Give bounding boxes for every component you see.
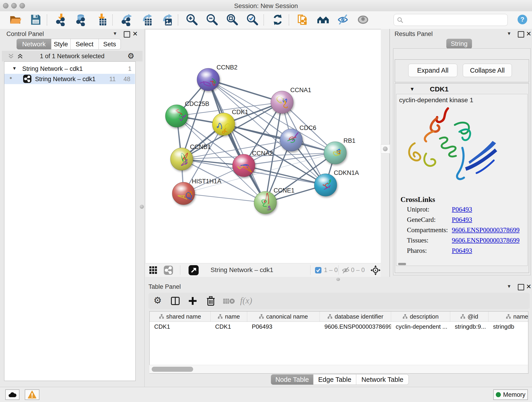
column-header-description[interactable]: description (391, 312, 450, 322)
tab-network[interactable]: Network (17, 39, 51, 50)
table-row[interactable]: CDK1CDK1P064939606.ENSP00000378699cyclin… (150, 322, 528, 332)
table-settings-gear-icon[interactable]: ⚙ (153, 295, 162, 306)
crosslink-label: Tissues: (407, 236, 428, 244)
column-header-@id[interactable]: @id (450, 312, 488, 322)
search-box[interactable] (394, 14, 508, 26)
protein-section-caret-icon[interactable]: ▼ (410, 86, 415, 92)
node-CCNE1[interactable] (254, 191, 277, 214)
column-header-shared-name[interactable]: shared name (150, 312, 210, 322)
export-network-button[interactable] (120, 13, 133, 27)
node-RB1[interactable] (324, 142, 346, 164)
collapse-all-button[interactable]: Collapse All (463, 64, 512, 77)
crosslink-value-link[interactable]: 9606.ENSP00000378699 (452, 226, 520, 234)
column-header-label: shared name (166, 313, 201, 320)
node-CDK1[interactable] (212, 113, 235, 135)
birds-eye-view-icon[interactable] (188, 265, 199, 275)
horizontal-splitter-handle[interactable] (336, 278, 340, 281)
control-panel-close-icon[interactable]: ✕ (133, 30, 138, 38)
cloud-button[interactable] (5, 389, 19, 400)
add-column-icon[interactable] (188, 296, 197, 306)
column-header-namespace[interactable]: namespace (488, 312, 528, 322)
expand-all-button[interactable]: Expand All (408, 64, 457, 77)
zoom-selected-button[interactable] (246, 13, 259, 27)
crosslinks-heading: CrossLinks (400, 196, 435, 204)
edge-CCNB2-CCNA1[interactable] (208, 80, 282, 102)
import-network-button[interactable] (55, 13, 68, 27)
node-CDC25B[interactable] (165, 105, 188, 127)
delete-column-trash-icon[interactable] (206, 296, 216, 306)
open-session-button[interactable] (9, 13, 22, 27)
splitter-handle-box[interactable] (381, 144, 390, 153)
edge-HIST1H1A-CCNE1[interactable] (184, 193, 265, 203)
first-neighbors-button[interactable] (297, 13, 310, 27)
node-label-CDK1: CDK1 (232, 109, 248, 115)
node-CDC6[interactable] (280, 129, 302, 151)
search-input[interactable] (406, 16, 505, 24)
save-session-button[interactable] (29, 13, 43, 27)
node-CDKN1A[interactable] (314, 174, 337, 196)
network-share-view-icon[interactable] (164, 265, 173, 275)
control-panel-float-icon[interactable] (124, 31, 130, 38)
export-image-button[interactable] (160, 13, 174, 27)
control-panel-collapse-icon[interactable]: ▼ (113, 31, 117, 36)
results-panel-collapse-icon[interactable]: ▼ (507, 31, 511, 36)
crosslink-label: GeneCard: (407, 216, 436, 223)
grid-view-icon[interactable] (149, 266, 158, 274)
zoom-in-button[interactable] (186, 13, 199, 27)
results-panel-close-icon[interactable]: ✕ (526, 30, 531, 38)
node-CCNB1[interactable] (171, 148, 193, 170)
refresh-button[interactable] (271, 13, 285, 27)
crosslink-value-link[interactable]: P06493 (452, 206, 472, 213)
memory-button[interactable]: Memory (493, 389, 528, 400)
tab-select[interactable]: Select (70, 39, 99, 50)
selected-checkbox-icon[interactable] (315, 267, 322, 274)
table-panel-collapse-icon[interactable]: ▼ (507, 284, 511, 289)
tab-string[interactable]: String (446, 39, 472, 49)
node-table[interactable]: shared namenamecanonical namedatabase id… (149, 311, 528, 374)
tab-style[interactable]: Style (51, 39, 70, 50)
node-CCNA2[interactable] (233, 154, 255, 177)
table-panel-float-icon[interactable] (518, 284, 524, 290)
tab-node-table[interactable]: Node Table (271, 374, 313, 385)
column-header-canonical-name[interactable]: canonical name (247, 312, 320, 322)
network-collection-row[interactable]: ▼String Network – cdk11 (4, 64, 135, 74)
hide-selected-button[interactable] (337, 13, 350, 27)
left-splitter-handle[interactable] (140, 205, 144, 209)
results-panel-float-icon[interactable] (518, 31, 524, 38)
network-row-selected[interactable]: ●String Network – cdk11148 (4, 74, 135, 84)
network-options-gear-icon[interactable]: ⚙ (127, 51, 134, 61)
results-hscroll-thumb[interactable] (398, 263, 406, 265)
tab-sets[interactable]: Sets (99, 39, 121, 50)
import-table-button[interactable] (95, 13, 108, 27)
network-canvas[interactable]: CCNB2CCNA1CDC25BCDK1CDC6RB1CCNB1CCNA2CDK… (145, 29, 381, 263)
home-button[interactable] (317, 13, 330, 27)
tab-edge-table[interactable]: Edge Table (313, 374, 356, 385)
zoom-out-button[interactable] (206, 13, 219, 27)
node-CCNB2[interactable] (197, 68, 220, 91)
fit-selected-icon[interactable] (370, 265, 381, 275)
column-header-database-identifier[interactable]: database identifier (320, 312, 391, 322)
zoom-fit-button[interactable] (226, 13, 239, 27)
table-panel-close-icon[interactable]: ✕ (526, 283, 531, 290)
crosslink-value-link[interactable]: P06493 (452, 247, 472, 254)
table-hscrollbar[interactable] (149, 365, 528, 373)
delete-table-icon[interactable] (223, 297, 235, 305)
show-columns-icon[interactable] (171, 296, 180, 306)
crosslink-value-link[interactable]: 9606.ENSP00000378699 (452, 236, 520, 244)
column-header-label: @id (468, 313, 478, 320)
warnings-button[interactable] (25, 389, 39, 400)
help-button[interactable]: ? (517, 14, 528, 25)
import-database-button[interactable] (75, 13, 88, 27)
function-builder-icon[interactable]: f(x) (240, 295, 252, 306)
export-table-button[interactable] (140, 13, 153, 27)
node-CCNA1[interactable] (271, 91, 293, 114)
node-HIST1H1A[interactable] (172, 182, 195, 205)
crosslink-value-link[interactable]: P06493 (452, 216, 472, 223)
column-header-name[interactable]: name (210, 312, 247, 322)
tab-network-table[interactable]: Network Table (356, 374, 409, 385)
show-all-button[interactable] (357, 13, 370, 27)
tree-expand-caret-icon[interactable]: ▼ (12, 66, 17, 71)
hidden-eye-icon[interactable] (341, 266, 350, 274)
separator (310, 265, 310, 275)
table-hscrollbar-thumb[interactable] (152, 367, 193, 372)
